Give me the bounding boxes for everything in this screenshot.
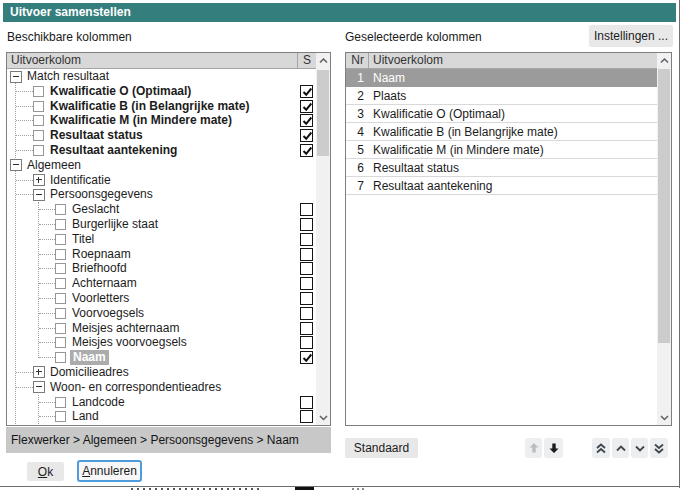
s-checkbox[interactable] — [300, 85, 313, 98]
tree-row[interactable]: Titel — [7, 232, 316, 247]
tree-checkbox[interactable] — [55, 411, 66, 422]
tree-checkbox[interactable] — [33, 101, 44, 112]
s-checkbox[interactable] — [300, 144, 313, 157]
s-checkbox[interactable] — [300, 351, 313, 364]
table-row[interactable]: 2 Plaats — [346, 87, 657, 105]
cancel-button[interactable]: Annuleren — [77, 460, 142, 482]
scroll-up-icon[interactable] — [316, 53, 330, 68]
tree-row[interactable]: Burgerlijke staat — [7, 217, 316, 232]
collapse-icon[interactable] — [10, 71, 22, 83]
s-checkbox[interactable] — [300, 322, 313, 335]
tree-row[interactable]: Resultaat aantekening — [7, 143, 316, 158]
tree-scrollbar[interactable] — [316, 53, 330, 425]
s-checkbox[interactable] — [300, 233, 313, 246]
tree-checkbox[interactable] — [55, 249, 66, 260]
table-row[interactable]: 3 Kwalificatie O (Optimaal) — [346, 105, 657, 123]
tree-row[interactable]: Briefhoofd — [7, 261, 316, 276]
s-checkbox[interactable] — [300, 129, 313, 142]
tree-row[interactable]: Geslacht — [7, 202, 316, 217]
move-down-button[interactable] — [544, 438, 563, 458]
collapse-icon[interactable] — [33, 381, 45, 393]
tree-checkbox[interactable] — [33, 130, 44, 141]
table-row[interactable]: 1 Naam — [346, 69, 657, 87]
tree-row[interactable]: Domicilieadres — [7, 365, 316, 380]
s-checkbox[interactable] — [300, 336, 313, 349]
tree-row[interactable]: Roepnaam — [7, 247, 316, 262]
move-to-top-button[interactable] — [592, 438, 610, 458]
scroll-down-icon[interactable] — [316, 410, 330, 425]
tree-checkbox[interactable] — [55, 308, 66, 319]
s-checkbox[interactable] — [300, 100, 313, 113]
tree-row[interactable]: Algemeen — [7, 158, 316, 173]
table-row[interactable]: 6 Resultaat status — [346, 159, 657, 177]
tree-row[interactable]: Naam — [7, 350, 316, 365]
table-row[interactable]: 5 Kwalificatie M (in Mindere mate) — [346, 141, 657, 159]
tree-row[interactable]: Achternaam — [7, 276, 316, 291]
standard-button[interactable]: Standaard — [345, 438, 418, 458]
s-checkbox[interactable] — [300, 262, 313, 275]
tree-checkbox[interactable] — [33, 115, 44, 126]
tree-checkbox[interactable] — [55, 293, 66, 304]
scrollbar-thumb[interactable] — [658, 69, 670, 343]
row-label: Resultaat status — [373, 161, 459, 175]
tree-item-label: Woon- en correspondentieadres — [50, 380, 221, 395]
table-row[interactable]: 4 Kwalificatie B (in Belangrijke mate) — [346, 123, 657, 141]
scroll-up-icon[interactable] — [657, 53, 671, 68]
tree-row[interactable]: Voorletters — [7, 291, 316, 306]
tree-checkbox[interactable] — [55, 352, 66, 363]
move-up-button[interactable] — [525, 438, 542, 458]
move-one-up-button[interactable] — [612, 438, 629, 458]
move-to-bottom-button[interactable] — [650, 438, 668, 458]
tree-row[interactable]: Identificatie — [7, 173, 316, 188]
tree-row[interactable]: Voorvoegsels — [7, 306, 316, 321]
tree-row[interactable]: Persoonsgegevens — [7, 187, 316, 202]
s-checkbox[interactable] — [300, 114, 313, 127]
tree-row[interactable]: Meisjes voorvoegsels — [7, 335, 316, 350]
s-checkbox[interactable] — [300, 410, 313, 423]
tree-checkbox[interactable] — [33, 86, 44, 97]
s-checkbox[interactable] — [300, 248, 313, 261]
collapse-icon[interactable] — [33, 189, 45, 201]
settings-button[interactable]: Instellingen ... — [589, 25, 673, 47]
s-checkbox[interactable] — [300, 203, 313, 216]
selected-columns-table[interactable]: Nr Uitvoerkolom 1 Naam 2 Plaats 3 Kwalif… — [345, 52, 672, 426]
expand-icon[interactable] — [33, 174, 45, 186]
tree-checkbox[interactable] — [55, 278, 66, 289]
s-checkbox[interactable] — [300, 307, 313, 320]
ok-button[interactable]: Ok — [27, 462, 64, 481]
collapse-icon[interactable] — [10, 159, 22, 171]
table-scrollbar[interactable] — [657, 53, 671, 425]
tree-checkbox[interactable] — [55, 397, 66, 408]
tree-row[interactable]: Kwalificatie M (in Mindere mate) — [7, 113, 316, 128]
available-columns-tree[interactable]: Uitvoerkolom S Match resultaat Kwalifica… — [6, 52, 331, 426]
s-checkbox[interactable] — [300, 277, 313, 290]
tree-row[interactable]: Land — [7, 409, 316, 424]
s-checkbox[interactable] — [300, 218, 313, 231]
window-titlebar[interactable]: Uitvoer samenstellen — [3, 3, 676, 22]
tree-header: Uitvoerkolom S — [7, 53, 316, 69]
tree-checkbox[interactable] — [55, 219, 66, 230]
tree-row[interactable]: Landcode — [7, 395, 316, 410]
tree-checkbox[interactable] — [55, 263, 66, 274]
tree-row[interactable]: Meisjes achternaam — [7, 321, 316, 336]
tree-row[interactable]: Kwalificatie O (Optimaal) — [7, 84, 316, 99]
tree-row[interactable]: Resultaat status — [7, 128, 316, 143]
tree-checkbox[interactable] — [55, 323, 66, 334]
tree-checkbox[interactable] — [33, 145, 44, 156]
tree-connector — [39, 239, 55, 240]
tree-row[interactable]: Match resultaat — [7, 69, 316, 84]
scroll-down-icon[interactable] — [657, 410, 671, 425]
s-checkbox[interactable] — [300, 396, 313, 409]
tree-item-label: Persoonsgegevens — [50, 187, 153, 202]
row-number: 4 — [346, 125, 364, 139]
tree-row[interactable]: Kwalificatie B (in Belangrijke mate) — [7, 99, 316, 114]
tree-checkbox[interactable] — [55, 204, 66, 215]
tree-checkbox[interactable] — [55, 337, 66, 348]
table-row[interactable]: 7 Resultaat aantekening — [346, 177, 657, 195]
s-checkbox[interactable] — [300, 292, 313, 305]
tree-row[interactable]: Woon- en correspondentieadres — [7, 380, 316, 395]
tree-checkbox[interactable] — [55, 234, 66, 245]
scrollbar-thumb[interactable] — [317, 70, 329, 156]
move-one-down-button[interactable] — [631, 438, 648, 458]
expand-icon[interactable] — [33, 366, 45, 378]
